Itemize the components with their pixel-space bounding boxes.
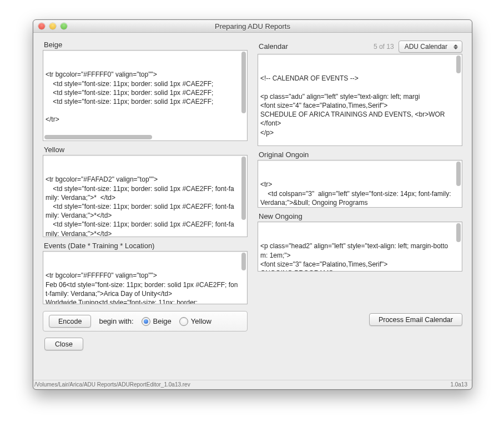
minimize-window-icon[interactable]: [49, 23, 56, 29]
updown-arrows-icon: [452, 44, 460, 49]
beige-label: Beige: [44, 41, 62, 49]
events-textarea[interactable]: <tr bgcolor="#FFFFF0" valign="top""> Feb…: [43, 251, 248, 304]
traffic-lights: [33, 23, 67, 29]
radio-icon: [179, 317, 188, 326]
zoom-window-icon[interactable]: [61, 23, 67, 29]
yellow-label: Yellow: [44, 145, 64, 154]
scrollbar-vertical[interactable]: [456, 56, 461, 144]
new-ongoing-label: New Ongoing: [259, 212, 303, 220]
scrollbar-horizontal[interactable]: [44, 135, 240, 139]
begin-with-label: begin with:: [99, 317, 133, 325]
right-column: Calendar 5 of 13 ADU Calendar <!-- CALEN…: [258, 39, 462, 350]
process-email-calendar-button[interactable]: Process Email Calendar: [369, 313, 462, 326]
window-title: Preparing ADU Reports: [33, 22, 472, 31]
encode-group: Encode begin with: Beige Yellow: [43, 311, 248, 331]
scrollbar-vertical[interactable]: [241, 253, 246, 303]
new-ongoing-textarea[interactable]: <p class="head2" align="left" style="tex…: [258, 222, 462, 272]
original-ongoing-textarea[interactable]: <tr> <td colspan="3" align="left" style=…: [258, 160, 462, 208]
scrollbar-vertical[interactable]: [456, 223, 461, 270]
calendar-dropdown-value: ADU Calendar: [405, 43, 447, 51]
scrollbar-vertical[interactable]: [241, 157, 246, 235]
radio-yellow[interactable]: Yellow: [179, 317, 211, 326]
beige-textarea[interactable]: <tr bgcolor="#FFFFF0" valign="top""> <td…: [43, 50, 248, 141]
calendar-count: 5 of 13: [374, 43, 399, 51]
status-bar: /Volumes/Lair/Arica/ADU Reports/ADURepor…: [33, 380, 472, 389]
encode-button[interactable]: Encode: [49, 315, 91, 328]
events-label: Events (Date * Training * Location): [44, 242, 154, 250]
radio-icon: [142, 317, 150, 326]
radio-beige-label: Beige: [153, 317, 172, 325]
status-path: /Volumes/Lair/Arica/ADU Reports/ADURepor…: [34, 381, 450, 388]
close-button[interactable]: Close: [44, 338, 83, 350]
titlebar: Preparing ADU Reports: [33, 20, 472, 33]
yellow-textarea[interactable]: <tr bgcolor="#FAFAD2" valign="top""> <td…: [43, 155, 248, 237]
scrollbar-vertical[interactable]: [456, 162, 461, 206]
calendar-dropdown[interactable]: ADU Calendar: [399, 41, 462, 53]
radio-yellow-label: Yellow: [191, 317, 211, 325]
close-window-icon[interactable]: [38, 23, 45, 29]
status-version: 1.0a13: [450, 381, 467, 388]
calendar-textarea[interactable]: <!-- CALENDAR OF EVENTS --> <p class="ad…: [258, 54, 462, 146]
scrollbar-vertical[interactable]: [241, 52, 246, 139]
main-window: Preparing ADU Reports Beige <tr bgcolor=…: [33, 19, 472, 390]
radio-beige[interactable]: Beige: [142, 317, 172, 326]
content-area: Beige <tr bgcolor="#FFFFF0" valign="top"…: [33, 33, 472, 380]
original-ongoing-label: Original Ongoin: [259, 150, 309, 159]
calendar-label: Calendar: [259, 42, 288, 51]
left-column: Beige <tr bgcolor="#FFFFF0" valign="top"…: [43, 39, 248, 350]
